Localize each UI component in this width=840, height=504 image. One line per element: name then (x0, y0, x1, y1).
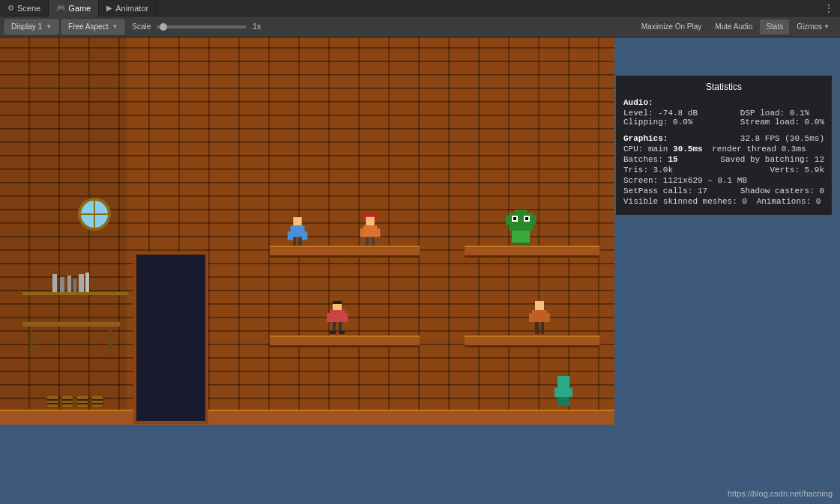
setpass-text: SetPass calls: 17 (623, 186, 707, 195)
graphics-section: Graphics: 32.8 FPS (30.5ms) CPU: main 30… (623, 134, 824, 206)
barrel-1 (46, 395, 58, 408)
skinned-row: Visible skinned meshes: 0 Animations: 0 (623, 197, 824, 206)
screen-row: Screen: 1121x629 – 8.1 MB (623, 176, 824, 185)
audio-left: Level: -74.8 dB Clipping: 0.0% (623, 109, 698, 127)
svg-rect-15 (506, 216, 512, 225)
watermark: https://blog.csdn.net/hacning (728, 489, 833, 498)
audio-stats-row: Level: -74.8 dB Clipping: 0.0% DSP load:… (623, 109, 824, 127)
verts-text: Verts: 5.9k (770, 166, 824, 174)
audio-header-row: Audio: (623, 98, 824, 107)
svg-rect-25 (333, 301, 342, 304)
svg-rect-11 (366, 237, 369, 246)
svg-rect-21 (512, 231, 530, 243)
level-text: Level: -74.8 dB (623, 109, 698, 118)
svg-rect-3 (302, 231, 308, 240)
svg-rect-14 (515, 210, 527, 216)
svg-rect-28 (345, 313, 348, 322)
saved-text: Saved by batching: 12 (720, 155, 824, 164)
svg-rect-38 (541, 322, 544, 334)
batches-row: Batches: 15 Saved by batching: 12 (623, 155, 824, 164)
svg-rect-35 (529, 313, 532, 322)
barrel-2 (61, 395, 73, 408)
scale-thumb[interactable] (160, 23, 167, 31)
svg-rect-2 (288, 231, 294, 240)
shelf-item-1 (52, 274, 57, 292)
svg-rect-37 (535, 322, 538, 334)
game-icon: 🎮 (56, 4, 65, 12)
fps-text: 32.8 FPS (30.5ms) (740, 134, 824, 143)
display-label: Display 1 (11, 22, 42, 31)
svg-rect-22 (515, 243, 521, 246)
svg-rect-44 (563, 397, 569, 406)
tab-scene[interactable]: ⚙ Scene (0, 0, 49, 16)
render-text: render thread 0.3ms (712, 145, 806, 154)
batches-label: Batches: 15 (623, 155, 678, 164)
toolbar-right-group: Maximize On Play Mute Audio Stats Gizmos (635, 19, 836, 34)
svg-rect-12 (372, 237, 375, 246)
game-area: Statistics Audio: Level: -74.8 dB Clippi… (0, 37, 840, 504)
aspect-label: Free Aspect (68, 22, 108, 31)
game-canvas (0, 37, 614, 425)
table-leg-2 (109, 327, 112, 356)
audio-right: DSP load: 0.1% Stream load: 0.0% (740, 109, 824, 127)
svg-rect-19 (513, 217, 516, 220)
screen-text: Screen: 1121x629 – 8.1 MB (623, 176, 747, 185)
table-leg-1 (30, 327, 33, 356)
animator-icon: ▶ (106, 4, 112, 12)
svg-rect-5 (299, 237, 302, 246)
tab-animator-label: Animator (115, 4, 148, 13)
barrel-4 (91, 395, 103, 408)
platform-upper-left (270, 246, 420, 258)
tab-game[interactable]: 🎮 Game (49, 0, 99, 16)
tab-scene-label: Scene (17, 4, 40, 13)
platform-mid-left (270, 336, 420, 347)
skinned-text: Visible skinned meshes: 0 (623, 197, 747, 206)
svg-rect-36 (547, 313, 550, 322)
window-cross-vertical (94, 201, 95, 228)
animations-text: Animations: 0 (757, 197, 821, 206)
gizmos-button[interactable]: Gizmos (791, 19, 836, 34)
svg-rect-8 (363, 225, 377, 237)
audio-label: Audio: (623, 98, 653, 107)
character-6 (555, 376, 572, 406)
table-top (22, 322, 120, 327)
svg-rect-39 (558, 376, 569, 385)
scale-text: Scale (132, 22, 151, 31)
svg-rect-33 (535, 301, 544, 310)
tab-bar: ⚙ Scene 🎮 Game ▶ Animator ⋮ (0, 0, 840, 16)
platform-upper-right (465, 246, 599, 258)
svg-rect-10 (378, 228, 381, 237)
tab-animator[interactable]: ▶ Animator (99, 0, 157, 16)
clipping-text: Clipping: 0.0% (623, 118, 698, 127)
shadow-text: Shadow casters: 0 (740, 186, 824, 195)
graphics-header-row: Graphics: 32.8 FPS (30.5ms) (623, 134, 824, 143)
statistics-panel: Statistics Audio: Level: -74.8 dB Clippi… (615, 75, 833, 216)
more-tabs-button[interactable]: ⋮ (818, 2, 840, 14)
character-1 (287, 217, 308, 246)
maximize-on-play-button[interactable]: Maximize On Play (635, 19, 708, 34)
aspect-dropdown[interactable]: Free Aspect (61, 19, 124, 34)
display-dropdown[interactable]: Display 1 (4, 19, 58, 34)
svg-rect-26 (330, 310, 345, 322)
svg-rect-4 (293, 237, 296, 246)
character-4 (327, 301, 348, 334)
scale-value: 1x (253, 22, 261, 31)
scene-icon: ⚙ (7, 4, 14, 12)
svg-rect-41 (555, 388, 558, 397)
shelf-item-3 (67, 276, 71, 292)
tab-game-label: Game (68, 4, 91, 13)
stats-button[interactable]: Stats (760, 19, 789, 34)
tris-row: Tris: 3.0k Verts: 5.9k (623, 166, 824, 174)
svg-rect-42 (569, 388, 572, 397)
graphics-label: Graphics: (623, 134, 668, 143)
shelf-item-6 (85, 273, 89, 292)
game-toolbar: Display 1 Free Aspect Scale 1x Maximize … (0, 16, 840, 37)
svg-rect-16 (530, 216, 536, 225)
svg-rect-40 (558, 385, 569, 397)
mute-audio-button[interactable]: Mute Audio (709, 19, 758, 34)
svg-rect-20 (525, 217, 528, 220)
svg-rect-34 (532, 310, 547, 322)
left-wall (0, 37, 127, 425)
scale-slider[interactable] (157, 25, 247, 28)
cpu-ms: 30.5ms (673, 145, 703, 154)
